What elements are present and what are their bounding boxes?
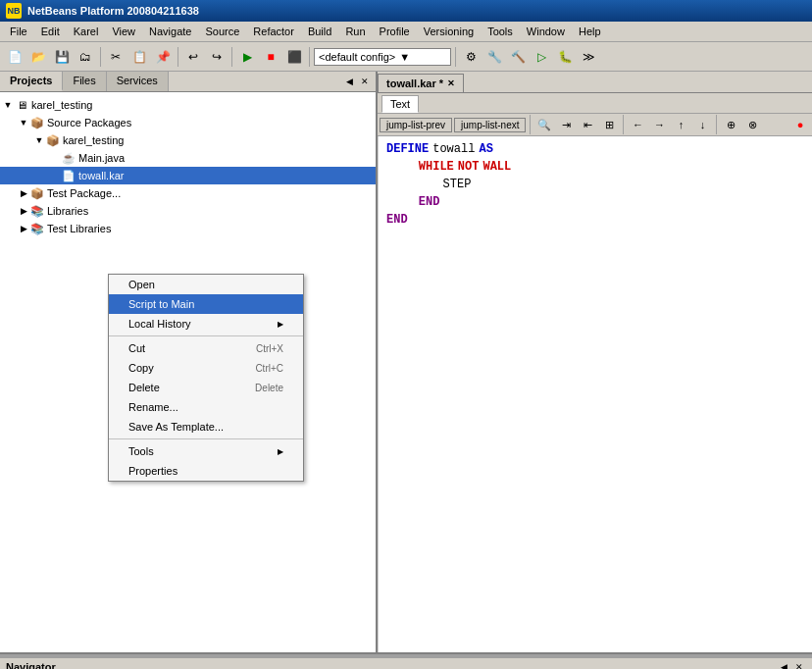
debug2-btn[interactable]: 🐛 <box>554 46 576 68</box>
toggle-root[interactable]: ▼ <box>2 99 14 111</box>
debug-btn[interactable]: ⬛ <box>283 46 305 68</box>
sep3 <box>231 47 232 67</box>
toggle-test-libs[interactable]: ▶ <box>18 223 29 234</box>
ctx-delete[interactable]: Delete Delete <box>109 378 303 397</box>
ed-btn8[interactable]: ↓ <box>692 115 712 134</box>
menu-item-file[interactable]: File <box>4 24 33 39</box>
save-btn[interactable]: 💾 <box>51 46 73 68</box>
ctx-cut[interactable]: Cut Ctrl+X <box>109 338 303 358</box>
project-tree[interactable]: ▼ 🖥 karel_testing ▼ 📦 Source Packages ▼ … <box>0 92 376 652</box>
ed-btn6[interactable]: → <box>649 115 669 134</box>
menu-item-profile[interactable]: Profile <box>374 24 416 39</box>
tab-services[interactable]: Services <box>107 72 169 91</box>
toggle-src[interactable]: ▼ <box>18 117 29 129</box>
menu-item-window[interactable]: Window <box>521 24 571 39</box>
tree-item-src-pkg[interactable]: ▼ 📦 Source Packages <box>0 114 376 131</box>
sep5 <box>455 47 456 67</box>
context-menu: Open Script to Main Local History ▶ Cut … <box>108 274 304 482</box>
ed-btn9[interactable]: ⊕ <box>721 115 740 134</box>
cut-btn[interactable]: ✂ <box>105 46 127 68</box>
nav-close-btn[interactable]: ✕ <box>792 660 806 669</box>
editor-tabs: towall.kar * ✕ <box>378 72 812 93</box>
paste-btn[interactable]: 📌 <box>152 46 174 68</box>
jump-prev-btn[interactable]: jump-list-prev <box>380 118 452 132</box>
new-btn[interactable]: 📄 <box>4 46 25 68</box>
menu-item-versioning[interactable]: Versioning <box>418 24 480 39</box>
ctx-open[interactable]: Open <box>109 275 303 294</box>
menu-item-view[interactable]: View <box>106 24 141 39</box>
editor-tab-close[interactable]: ✕ <box>447 78 455 88</box>
ctx-script-to-main[interactable]: Script to Main <box>109 294 303 314</box>
undo-btn[interactable]: ↩ <box>182 46 204 68</box>
tab-projects[interactable]: Projects <box>0 72 63 91</box>
menu-item-source[interactable]: Source <box>199 24 245 39</box>
save-all-btn[interactable]: 🗂 <box>75 46 96 68</box>
config-dropdown[interactable]: <default config> ▼ <box>314 48 451 66</box>
tree-item-test-pkg[interactable]: ▶ 📦 Test Package... <box>0 184 376 202</box>
ctx-properties[interactable]: Properties <box>109 461 303 481</box>
label-root: karel_testing <box>31 99 92 111</box>
menu-item-navigate[interactable]: Navigate <box>143 24 197 39</box>
ctx-save-template[interactable]: Save As Template... <box>109 417 303 437</box>
more-btn[interactable]: ≫ <box>578 46 599 68</box>
tree-item-root[interactable]: ▼ 🖥 karel_testing <box>0 96 376 114</box>
toggle-test[interactable]: ▶ <box>18 187 29 199</box>
panel-close-btn[interactable]: ✕ <box>358 75 372 88</box>
label-towall: towall.kar <box>78 170 124 181</box>
ctx-tools[interactable]: Tools ▶ <box>109 441 303 461</box>
tree-item-karel-pkg[interactable]: ▼ 📦 karel_testing <box>0 131 376 149</box>
ed-btn7[interactable]: ↑ <box>671 115 690 134</box>
run-btn[interactable]: ▶ <box>236 46 258 68</box>
copy-btn[interactable]: 📋 <box>128 46 150 68</box>
ed-btn2[interactable]: ⇥ <box>556 115 576 134</box>
tree-item-libs[interactable]: ▶ 📚 Libraries <box>0 202 376 220</box>
run2-btn[interactable]: ▷ <box>531 46 552 68</box>
ctx-copy[interactable]: Copy Ctrl+C <box>109 358 303 378</box>
menu-item-tools[interactable]: Tools <box>482 24 519 39</box>
ctx-rename[interactable]: Rename... <box>109 397 303 417</box>
panel-pin-btn[interactable]: ◀ <box>342 75 356 88</box>
sep4 <box>309 47 310 67</box>
stop-btn[interactable]: ■ <box>260 46 281 68</box>
menu-item-help[interactable]: Help <box>573 24 607 39</box>
toggle-libs[interactable]: ▶ <box>18 205 29 217</box>
tree-item-test-libs[interactable]: ▶ 📚 Test Libraries <box>0 220 376 237</box>
ed-sep2 <box>623 115 624 134</box>
sep1 <box>100 47 101 67</box>
code-editor[interactable]: DEFINE towall AS WHILE NOT WALL STEP END… <box>378 136 812 652</box>
tab-files[interactable]: Files <box>63 72 106 91</box>
tools-btn[interactable]: 🔧 <box>483 46 505 68</box>
icon-towall: 📄 <box>61 168 76 183</box>
tree-item-towall[interactable]: 📄 towall.kar <box>0 167 376 184</box>
ed-btn4[interactable]: ⊞ <box>599 115 619 134</box>
build2-btn[interactable]: 🔨 <box>507 46 529 68</box>
text-tab-text[interactable]: Text <box>381 95 419 113</box>
ed-btn10[interactable]: ⊗ <box>742 115 762 134</box>
menu-item-refactor[interactable]: Refactor <box>247 24 300 39</box>
menu-item-build[interactable]: Build <box>302 24 337 39</box>
nav-pin-btn[interactable]: ◀ <box>777 660 790 669</box>
ctx-delete-label: Delete <box>128 382 160 393</box>
editor-tab-towall[interactable]: towall.kar * ✕ <box>378 74 464 92</box>
menu-item-edit[interactable]: Edit <box>35 24 66 39</box>
toggle-karel[interactable]: ▼ <box>33 134 45 146</box>
ed-btn5[interactable]: ← <box>628 115 647 134</box>
code-line-1: DEFINE towall AS <box>386 140 804 158</box>
open-btn[interactable]: 📂 <box>27 46 49 68</box>
label-main: Main.java <box>78 152 125 164</box>
indent-4 <box>386 193 415 211</box>
menu-item-karel[interactable]: Karel <box>68 24 105 39</box>
profiles-btn[interactable]: ⚙ <box>460 46 482 68</box>
menu-item-run[interactable]: Run <box>339 24 371 39</box>
app-title: NetBeans Platform 200804211638 <box>27 5 199 17</box>
sep2 <box>178 47 178 67</box>
tree-item-main[interactable]: ☕ Main.java <box>0 149 376 167</box>
ed-btn3[interactable]: ⇤ <box>578 115 597 134</box>
jump-next-btn[interactable]: jump-list-next <box>454 118 526 132</box>
ctx-local-history[interactable]: Local History ▶ <box>109 314 303 334</box>
redo-btn[interactable]: ↪ <box>206 46 228 68</box>
ed-btn-red[interactable]: ● <box>790 115 810 134</box>
ctx-open-label: Open <box>128 279 155 290</box>
ctx-delete-shortcut: Delete <box>255 383 283 393</box>
zoom-in-btn[interactable]: 🔍 <box>534 115 554 134</box>
